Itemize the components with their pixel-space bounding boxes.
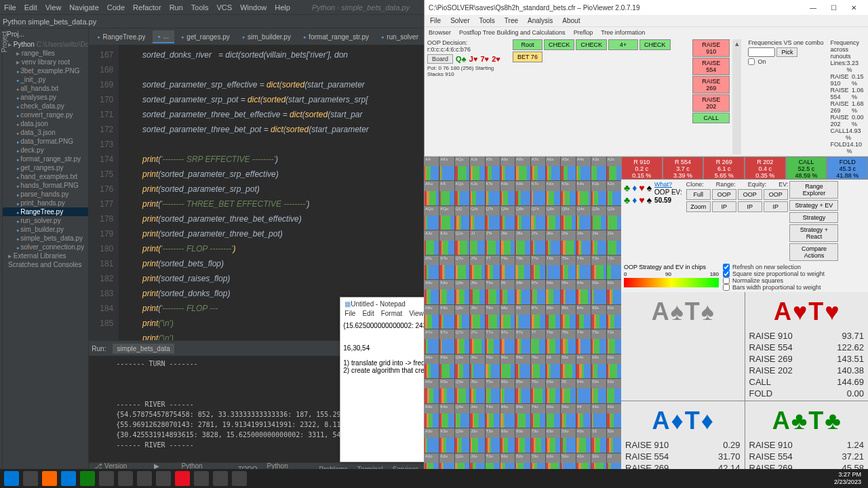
grid-cell[interactable]: 94s [576, 280, 591, 304]
menu-refactor[interactable]: Refactor [133, 3, 161, 12]
taskbar-app[interactable] [42, 471, 57, 486]
tree-item[interactable]: hand_examples.txt [3, 172, 88, 181]
taskbar[interactable]: 3:27 PM2/23/2023 [0, 469, 868, 488]
np-format[interactable]: Format [381, 310, 403, 321]
grid-cell[interactable]: K5o [439, 379, 454, 403]
grid-cell[interactable]: T5o [486, 379, 500, 403]
grid-cell[interactable]: 85o [515, 379, 530, 403]
grid-cell[interactable]: Q2s [607, 206, 621, 230]
grid-cell[interactable]: J5o [470, 379, 484, 403]
view-btn-oop[interactable]: OOP [712, 189, 736, 200]
grid-cell[interactable]: A8s [515, 157, 530, 180]
grid-cell[interactable]: J5s [561, 230, 575, 254]
hand-grid-area[interactable]: AAAKsAQsAJsATsA9sA8sA7sA6sA5sA4sA3sA2sAK… [425, 157, 621, 477]
grid-cell[interactable]: KQs [455, 181, 469, 205]
grid-cell[interactable]: QTo [455, 256, 469, 279]
grid-cell[interactable]: T7s [531, 256, 545, 279]
grid-cell[interactable]: 76s [546, 329, 560, 353]
action-header-cell[interactable]: FOLD45.3 c41.88 % [827, 157, 868, 180]
pv-titlebar[interactable]: C:\PioSOLVER\saves\Qs8h2h_standard_bets.… [425, 0, 868, 15]
grid-cell[interactable]: A9o [425, 280, 439, 304]
view-btn-oop[interactable]: OOP [738, 189, 762, 200]
grid-cell[interactable]: 84s [576, 305, 591, 329]
menu-help[interactable]: Help [275, 3, 290, 12]
grid-cell[interactable]: J6o [470, 354, 484, 378]
grid-cell[interactable]: A3s [591, 157, 606, 180]
tab-formatrange[interactable]: format_range_str.py [298, 31, 374, 43]
editor-tabs[interactable]: RangeTree.py ... get_ranges.py sim_build… [89, 28, 424, 45]
grid-cell[interactable]: 98o [500, 305, 515, 329]
grid-cell[interactable]: AKo [425, 181, 439, 205]
action-check[interactable]: CHECK [544, 39, 575, 50]
tree-item[interactable]: RangeTree.py [3, 207, 88, 216]
grid-cell[interactable]: J9o [470, 280, 484, 304]
grid-cell[interactable]: 94o [500, 404, 515, 428]
grid-cell[interactable]: 63s [591, 354, 606, 378]
menu-navigate[interactable]: Navigate [69, 3, 98, 12]
tree-item[interactable]: simple_bets_data.py [3, 234, 88, 243]
view-btn-ip[interactable]: IP [738, 201, 762, 212]
grid-cell[interactable]: J9s [500, 230, 515, 254]
grid-cell[interactable]: 83o [515, 428, 530, 452]
taskbar-app[interactable] [194, 471, 209, 486]
grid-cell[interactable]: A4s [576, 157, 591, 180]
grid-cell[interactable]: JTs [486, 230, 500, 254]
grid-cell[interactable]: 77 [531, 329, 545, 353]
action-raise554[interactable]: RAISE 554 [692, 58, 730, 75]
grid-cell[interactable]: QJo [455, 230, 469, 254]
menu-view[interactable]: View [45, 3, 62, 12]
project-toolwindow-tab[interactable]: Project [0, 28, 9, 55]
pv-menu-file[interactable]: File [430, 17, 441, 24]
grid-cell[interactable]: QQ [455, 206, 469, 230]
action-header-cell[interactable]: R 2020.4 c0.35 % [745, 157, 786, 180]
grid-cell[interactable]: 93o [500, 428, 515, 452]
scroll-up-icon[interactable]: ▴ [732, 39, 741, 155]
grid-cell[interactable]: 42s [607, 404, 621, 428]
grid-cell[interactable]: 84o [515, 404, 530, 428]
tab-runsolver[interactable]: run_solver [376, 31, 424, 43]
grid-cell[interactable]: 97o [500, 329, 515, 353]
grid-cell[interactable]: 96o [500, 354, 515, 378]
grid-cell[interactable]: J7o [470, 329, 484, 353]
grid-cell[interactable]: Q9s [500, 206, 515, 230]
notepad-title[interactable]: Untitled - Notepad [340, 298, 424, 310]
tree-item[interactable]: run_solver.py [3, 216, 88, 225]
menu-tools[interactable]: Tools [191, 3, 209, 12]
action-4+[interactable]: 4+ [608, 39, 638, 50]
grid-cell[interactable]: 66 [546, 354, 560, 378]
grid-cell[interactable]: Q8s [515, 206, 530, 230]
tree-item[interactable]: format_range_str.py [3, 155, 88, 163]
grid-cell[interactable]: K4o [439, 404, 454, 428]
grid-cell[interactable]: A7o [425, 329, 439, 353]
menu-edit[interactable]: Edit [24, 3, 37, 12]
grid-cell[interactable]: 53s [591, 379, 606, 403]
option-checkbox[interactable] [723, 270, 730, 277]
strategy-btn[interactable]: Strategy [789, 212, 838, 223]
grid-cell[interactable]: 44 [576, 404, 591, 428]
grid-cell[interactable]: T4s [576, 256, 591, 279]
grid-cell[interactable]: K7s [531, 181, 545, 205]
grid-cell[interactable]: KQo [439, 206, 454, 230]
view-btn-zoom[interactable]: Zoom [686, 201, 711, 212]
grid-cell[interactable]: 33 [591, 428, 606, 452]
code[interactable]: sorted_donks_river = dict(sorted(villain… [119, 45, 424, 340]
grid-cell[interactable]: Q3o [455, 428, 469, 452]
view-btn-full[interactable]: Full [686, 189, 711, 200]
grid-cell[interactable]: J7s [531, 230, 545, 254]
grid-cell[interactable]: 73s [591, 329, 606, 353]
action-raise269[interactable]: RAISE 269 [692, 76, 730, 94]
grid-cell[interactable]: ATo [425, 256, 439, 279]
grid-cell[interactable]: A6o [425, 354, 439, 378]
grid-cell[interactable]: T6s [546, 256, 560, 279]
grid-cell[interactable]: T2s [607, 256, 621, 279]
what-link[interactable]: What? [654, 181, 682, 188]
taskbar-clock[interactable]: 3:27 PM2/23/2023 [834, 471, 864, 486]
grid-cell[interactable]: A6s [546, 157, 560, 180]
notepad-menu[interactable]: File Edit Format View Help [340, 310, 424, 321]
view-btn-ip[interactable]: IP [712, 201, 736, 212]
grid-cell[interactable]: JJ [470, 230, 484, 254]
grid-cell[interactable]: K6o [439, 354, 454, 378]
grid-cell[interactable]: AQo [425, 206, 439, 230]
tab-simbuilder[interactable]: sim_builder.py [237, 31, 296, 43]
tree-item[interactable]: range_files [3, 49, 88, 58]
